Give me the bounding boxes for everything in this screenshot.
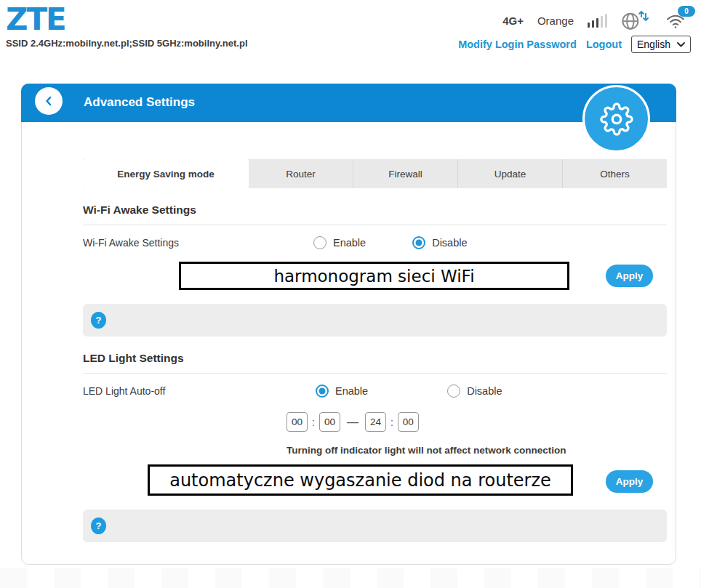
led-disable-label: Disable — [467, 385, 502, 397]
chevron-down-icon — [677, 42, 685, 47]
logout-link[interactable]: Logout — [586, 39, 622, 50]
page-title: Advanced Settings — [84, 84, 195, 122]
led-auto-off-row: LED Light Auto-off Enable Disable — [83, 382, 667, 400]
led-section-heading: LED Light Settings — [83, 352, 667, 374]
wifi-awake-apply-button[interactable]: Apply — [606, 265, 653, 287]
wifi-awake-enable-label: Enable — [333, 237, 366, 249]
wifi-awake-enable-option[interactable]: Enable — [313, 236, 366, 249]
wifi-awake-help-bar: ? — [83, 304, 667, 337]
tab-firewall[interactable]: Firewall — [353, 159, 457, 188]
led-note: Turning off indicator light will not aff… — [287, 445, 566, 456]
led-disable-option[interactable]: Disable — [447, 384, 502, 398]
network-type-label: 4G+ — [502, 15, 524, 27]
tab-update[interactable]: Update — [457, 159, 562, 188]
status-bar: 4G+ Orange 0 — [502, 10, 689, 31]
wifi-status-icon: 0 — [663, 11, 689, 30]
end-hour-input[interactable] — [365, 412, 386, 432]
led-auto-off-row-label: LED Light Auto-off — [83, 385, 292, 397]
signal-strength-icon — [588, 13, 607, 28]
led-apply-button[interactable]: Apply — [606, 470, 653, 493]
time-range-dash: — — [347, 416, 358, 429]
settings-tabs: Energy Saving mode Router Firewall Updat… — [83, 159, 667, 188]
modify-login-password-link[interactable]: Modify Login Password — [458, 39, 577, 50]
language-select[interactable]: English — [631, 36, 691, 53]
back-button[interactable] — [35, 87, 63, 115]
help-icon[interactable]: ? — [91, 312, 106, 329]
wifi-awake-row-label: Wi-Fi Awake Settings — [83, 237, 292, 249]
led-enable-radio — [316, 384, 329, 398]
led-enable-label: Enable — [335, 385, 368, 397]
tab-energy-saving-mode[interactable]: Energy Saving mode — [83, 159, 249, 188]
background-pattern — [0, 568, 701, 588]
wifi-awake-disable-option[interactable]: Disable — [412, 236, 467, 249]
wifi-clients-badge: 0 — [678, 6, 695, 17]
ssid-info: SSID 2.4GHz:mobilny.net.pl;SSID 5GHz:mob… — [6, 38, 248, 49]
tab-others[interactable]: Others — [562, 159, 667, 188]
gear-icon — [582, 85, 650, 153]
wifi-awake-row: Wi-Fi Awake Settings Enable Disable — [83, 233, 667, 252]
globe-traffic-icon — [621, 10, 649, 31]
help-icon[interactable]: ? — [91, 517, 106, 534]
operator-label: Orange — [537, 15, 574, 27]
led-disable-radio — [447, 384, 460, 398]
end-minute-input[interactable] — [398, 412, 419, 432]
led-help-bar: ? — [83, 510, 667, 542]
account-links: Modify Login Password Logout English — [458, 36, 691, 53]
time-colon: : — [390, 416, 393, 428]
tab-router[interactable]: Router — [249, 159, 353, 188]
led-time-range: : — : — [287, 412, 419, 432]
panel-header: Advanced Settings — [21, 84, 676, 122]
led-enable-option[interactable]: Enable — [316, 384, 368, 398]
wifi-awake-disable-label: Disable — [432, 237, 467, 249]
wifi-awake-section-heading: Wi-Fi Awake Settings — [83, 204, 667, 225]
start-hour-input[interactable] — [287, 412, 308, 432]
wifi-awake-enable-radio — [313, 236, 327, 249]
annotation-wifi-schedule: harmonogram sieci WiFi — [179, 262, 569, 290]
zte-logo: ZTE — [6, 1, 65, 37]
language-selected-value: English — [637, 39, 670, 50]
annotation-led-auto-off: automatyczne wygaszanie diod na routerze — [148, 464, 573, 496]
wifi-awake-disable-radio — [412, 236, 425, 249]
time-colon: : — [312, 416, 315, 428]
chevron-left-icon — [41, 94, 56, 108]
start-minute-input[interactable] — [319, 412, 340, 432]
